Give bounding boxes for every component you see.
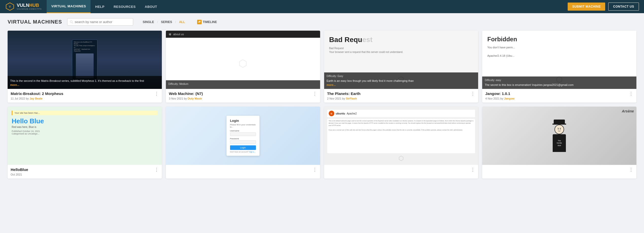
card-helloblue[interactable]: Your site has been Hac... Hello Blue Red… (8, 107, 162, 179)
arsene-hat (554, 120, 565, 124)
arsene-head (554, 125, 564, 134)
earth-menu[interactable]: ⋮ (469, 91, 475, 96)
svg-point-9 (560, 128, 561, 129)
webmachine-author: Duty Mastr (188, 97, 202, 100)
search-icon (70, 20, 73, 24)
wm-logo-icon: ⬡ (238, 57, 247, 69)
login-title-row: ⋮ (169, 167, 317, 172)
card-thumb-login: Login Please fill in your credentials to… (166, 107, 320, 165)
login-signup: Don't have an account? Sign u... (230, 151, 256, 153)
card-login[interactable]: Login Please fill in your credentials to… (166, 107, 320, 179)
morpheus-figure (76, 53, 94, 78)
helloblue-menu[interactable]: ⋮ (153, 167, 159, 172)
webmachine-menu[interactable]: ⋮ (311, 91, 317, 96)
arsene-title-row: ⋮ (485, 167, 633, 172)
login-sub: Please fill in your credentials to... (230, 124, 256, 128)
ubuntu-footer: ⋮ (324, 165, 478, 174)
earth-date: 2 Nov 2021 (327, 97, 341, 100)
earth-title-row: The Planets: Earth ⋮ (327, 91, 475, 96)
card-webmachine[interactable]: ☣ about us ⬡ Difficulty: Medium Web Mach… (166, 31, 320, 103)
ubuntu-text: This is the default welcome page used to… (329, 120, 474, 131)
svg-point-6 (198, 22, 199, 23)
ubuntu-menu[interactable]: ⋮ (469, 167, 475, 172)
main-content: VIRTUAL MACHINES SINGLE / SERIES / ALL (0, 13, 644, 188)
login-btn: Login (230, 145, 256, 150)
webmachine-by: by (184, 97, 188, 100)
filter-all[interactable]: ALL (177, 19, 187, 25)
ubuntu-label: ubuntu (336, 112, 345, 115)
filter-sep-2: / (175, 20, 176, 24)
logo-sub: VULNHUB.COM/CTFS (17, 8, 42, 10)
morpheus-more[interactable]: more... (10, 83, 159, 87)
arsene-footer: ⋮ (482, 165, 636, 174)
hb-sub: Red was here, Blue is (12, 125, 158, 129)
ubuntu-apache: Apache2 (347, 112, 357, 115)
earth-title: The Planets: Earth (327, 91, 469, 96)
login-menu[interactable]: ⋮ (311, 167, 317, 172)
jangow-title-row: Jangow: 1.0.1 ⋮ (485, 91, 633, 96)
nav-about[interactable]: ABOUT (140, 0, 162, 13)
webmachine-footer: Web Machine: (N7) ⋮ 3 Nov 2021 by Duty M… (166, 89, 320, 103)
filter-single[interactable]: SINGLE (141, 19, 156, 25)
jangow-difficulty: Difficulty: easy (485, 79, 634, 82)
card-thumb-webmachine: ☣ about us ⬡ Difficulty: Medium (166, 31, 320, 89)
card-thumb-arsene: TheGentlethief Arsène (482, 107, 636, 165)
forbidden-title: Forbidden (487, 36, 631, 43)
card-grid-row1: Welcome to the RootBRoot CTF: Morphe...Y… (8, 31, 636, 103)
card-thumb-earth: Bad Request Bad RequestYour browser sent… (324, 31, 478, 89)
helloblue-title: HelloBlue (11, 167, 153, 172)
helloblue-title-row: HelloBlue ⋮ (11, 167, 159, 172)
page-header: VIRTUAL MACHINES SINGLE / SERIES / ALL (8, 18, 636, 26)
wm-top-bar: ☣ about us (166, 31, 320, 38)
morpheus-menu[interactable]: ⋮ (153, 91, 159, 96)
page-title: VIRTUAL MACHINES (8, 19, 62, 25)
bad-request-body: Bad RequestYour browser sent a request t… (329, 46, 473, 55)
logo: V VULNHUB VULNHUB.COM/CTFS (5, 2, 42, 11)
logo-vuln-part: VULN (17, 3, 29, 8)
webmachine-title: Web Machine: (N7) (169, 91, 311, 96)
login-username-field (230, 132, 256, 136)
contact-us-button[interactable]: CONTACT US (608, 3, 639, 11)
jangow-by: by (500, 97, 504, 100)
wm-about-text: about us (173, 33, 184, 36)
submit-machine-button[interactable]: SUBMIT MACHINE (568, 3, 605, 11)
timeline-tab[interactable]: TIMELINE (197, 20, 217, 24)
webmachine-overlay: Difficulty: Medium (166, 80, 320, 89)
filter-tabs: SINGLE / SERIES / ALL (141, 19, 187, 25)
nav-help[interactable]: HELP (91, 0, 109, 13)
morpheus-author: Jay Beale (30, 97, 43, 100)
jangow-overlay: Difficulty: easy The secret to this box … (482, 76, 636, 89)
jangow-menu[interactable]: ⋮ (627, 91, 633, 96)
card-thumb-morpheus: Welcome to the RootBRoot CTF: Morphe...Y… (8, 31, 162, 89)
jangow-title: Jangow: 1.0.1 (485, 91, 627, 96)
logo-icon: V (5, 2, 15, 11)
earth-more[interactable]: more... (327, 83, 476, 87)
card-earth[interactable]: Bad Request Bad RequestYour browser sent… (324, 31, 478, 103)
filter-sep-1: / (157, 20, 158, 24)
ubuntu-header: ◎ ubuntu Apache2 (327, 110, 475, 117)
svg-line-4 (72, 22, 73, 23)
filter-series[interactable]: SERIES (159, 19, 174, 25)
ubuntu-title-row: ⋮ (327, 167, 475, 172)
nav-right: SUBMIT MACHINE CONTACT US (568, 3, 639, 11)
card-ubuntu[interactable]: ◎ ubuntu Apache2 This is the default wel… (324, 107, 478, 179)
svg-point-8 (558, 128, 559, 129)
card-arsene[interactable]: TheGentlethief Arsène ⋮ (482, 107, 636, 179)
earth-difficulty: Difficulty: Easy (327, 74, 476, 78)
nav-virtual-machines[interactable]: VIRTUAL MACHINES (47, 0, 91, 13)
card-jangow[interactable]: Forbidden You don't have perm... Apache/… (482, 31, 636, 103)
hb-title: Hello Blue (12, 117, 158, 125)
timeline-label: TIMELINE (203, 20, 217, 24)
login-password-label: Password (230, 138, 256, 140)
morpheus-desc: This is the second in the Matrix-Breakou… (10, 79, 159, 83)
nav-links: VIRTUAL MACHINES HELP RESOURCES ABOUT (47, 0, 568, 13)
webmachine-date: 3 Nov 2021 (169, 97, 183, 100)
logo-name: VULNHUB (17, 3, 42, 8)
morpheus-footer: Matrix-Breakout: 2 Morpheus ⋮ 11 Jul 202… (8, 89, 162, 103)
login-username-label: Username (230, 130, 256, 132)
logo-text: VULNHUB VULNHUB.COM/CTFS (17, 3, 42, 10)
search-input[interactable] (75, 20, 130, 24)
nav-resources[interactable]: RESOURCES (109, 0, 140, 13)
card-morpheus[interactable]: Welcome to the RootBRoot CTF: Morphe...Y… (8, 31, 162, 103)
arsene-menu[interactable]: ⋮ (627, 167, 633, 172)
